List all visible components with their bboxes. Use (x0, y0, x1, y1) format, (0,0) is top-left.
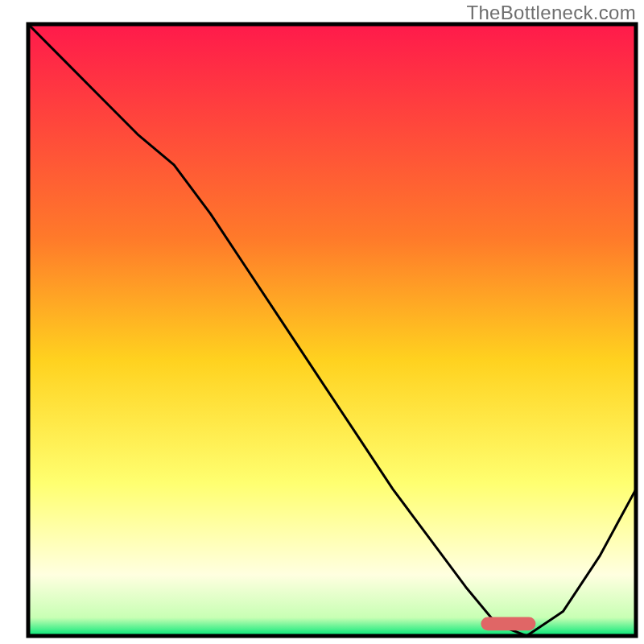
optimal-marker (481, 617, 535, 630)
watermark-text: TheBottleneck.com (466, 2, 636, 24)
bottleneck-plot (0, 0, 644, 644)
chart-frame: TheBottleneck.com (0, 0, 644, 644)
